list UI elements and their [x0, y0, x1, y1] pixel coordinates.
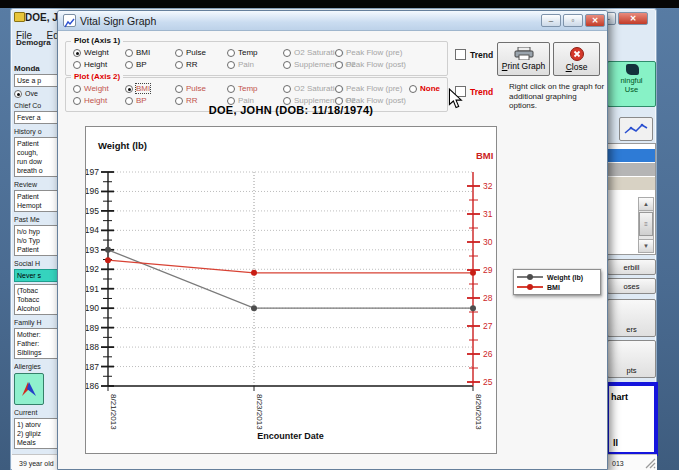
radio-axis2-bmi[interactable]: BMI [125, 83, 150, 94]
text-field[interactable]: Mother:Father: Siblings [14, 328, 58, 359]
radio-axis2-pulse[interactable]: Pulse [175, 83, 206, 94]
plot-axis1-header: Plot (Axis 1) [71, 36, 123, 45]
svg-text:29: 29 [483, 265, 493, 275]
scroll-thumb[interactable]: ≡ [639, 212, 653, 236]
svg-text:189: 189 [86, 323, 99, 333]
vertical-scrollbar[interactable]: ▲ ≡ ▼ [638, 197, 654, 253]
past-medical-label: Past Me [14, 215, 58, 224]
radio-axis1-bp[interactable]: BP [125, 59, 147, 70]
radio-axis1-rr[interactable]: RR [175, 59, 198, 70]
svg-text:8/26/2013: 8/26/2013 [474, 394, 483, 430]
allergy-button[interactable] [14, 373, 44, 405]
svg-text:191: 191 [86, 284, 99, 294]
status-text-right: 013 [612, 460, 624, 467]
resize-grip[interactable] [645, 458, 656, 469]
social-history-label: Social H [14, 259, 58, 268]
family-history-label: Family H [14, 318, 58, 327]
superbill-button[interactable]: erbill [607, 259, 656, 275]
legend-item-bmi: BMI [517, 282, 597, 292]
text-field[interactable]: (TobacTobacc Alcohol [14, 284, 58, 315]
svg-text:BMI: BMI [476, 150, 493, 161]
graph-button[interactable] [619, 117, 653, 141]
text-field[interactable]: Patientcough, run dowbreath o [14, 137, 58, 177]
scroll-down-button[interactable]: ▼ [639, 239, 653, 252]
selected-list-row[interactable] [608, 149, 655, 162]
scripts-button[interactable]: pts [607, 340, 656, 378]
radio-axis2-weight[interactable]: Weight [73, 83, 109, 94]
svg-text:27: 27 [483, 321, 493, 331]
svg-text:187: 187 [86, 362, 99, 372]
svg-text:Weight (lb): Weight (lb) [98, 140, 147, 151]
radio-axis1-peak-flow-pre[interactable]: Peak Flow (pre) [335, 47, 402, 58]
bg-close-button[interactable]: ✕ [618, 12, 648, 25]
allergy-logo-icon [20, 380, 38, 398]
scroll-up-button[interactable]: ▲ [639, 198, 653, 211]
radio-axis1-bmi[interactable]: BMI [125, 47, 150, 58]
line-chart-icon [624, 122, 648, 136]
svg-text:186: 186 [86, 381, 99, 391]
radio-axis1-pain[interactable]: Pain [227, 59, 254, 70]
svg-text:190: 190 [86, 303, 99, 313]
history-label: History o [14, 127, 58, 136]
mouse-cursor [448, 88, 463, 110]
vital-sign-chart[interactable]: 1861871881891901911921931941951961972526… [85, 126, 497, 454]
radio-axis1-pulse[interactable]: Pulse [175, 47, 206, 58]
diagnoses-button[interactable]: oses [607, 278, 656, 294]
legend-weight-swatch [517, 276, 543, 278]
tab-demographics[interactable]: Demogra [16, 38, 51, 47]
smoking-status-highlight[interactable]: Never s [14, 269, 58, 282]
text-field[interactable]: PatientHemopt [14, 190, 58, 212]
svg-text:194: 194 [86, 225, 99, 235]
svg-text:Encounter Date: Encounter Date [257, 431, 324, 441]
svg-text:193: 193 [86, 245, 99, 255]
overview-radio[interactable]: Ove [14, 89, 58, 98]
right-click-hint: Right click on the graph for additional … [509, 82, 605, 111]
radio-axis2-none[interactable]: None [409, 83, 440, 94]
vital-graph-icon [63, 14, 76, 27]
radio-axis2-temp[interactable]: Temp [227, 83, 258, 94]
axis1-trend-checkbox[interactable]: Trend [455, 49, 493, 60]
radio-axis1-height[interactable]: Height [73, 59, 107, 70]
plot-axis2-header: Plot (Axis 2) [71, 72, 123, 81]
text-field[interactable]: h/o hyph/o Typ Patient [14, 225, 58, 256]
printer-icon [514, 47, 534, 60]
dialog-title: Vital Sign Graph [80, 15, 156, 27]
svg-text:32: 32 [483, 181, 493, 191]
app-icon [14, 12, 25, 22]
radio-axis1-weight[interactable]: Weight [73, 47, 109, 58]
svg-text:8/23/2013: 8/23/2013 [255, 394, 264, 430]
legend-bmi-swatch [517, 286, 543, 288]
radio-axis1-peak-flow-post[interactable]: Peak Flow (post) [335, 59, 406, 70]
radio-axis1-temp[interactable]: Temp [227, 47, 258, 58]
svg-text:188: 188 [86, 342, 99, 352]
meaningful-use-button[interactable]: ningful Use [607, 61, 656, 107]
dialog-maximize-button[interactable]: ▫ [563, 14, 583, 27]
legend-item-weight: Weight (lb) [517, 272, 597, 282]
chart-title: DOE, JOHN (DOB: 11/18/1974) [85, 104, 497, 116]
list-row[interactable] [608, 177, 655, 190]
note-sidebar: Monda Use a p Ove Chief Co Fever a Histo… [14, 61, 58, 451]
meaningful-use-icon [626, 64, 639, 75]
text-field[interactable]: 1) atorv2) glipiz Meals [14, 418, 58, 449]
svg-text:25: 25 [483, 377, 493, 387]
list-row[interactable] [608, 163, 655, 176]
dialog-close-button[interactable]: ✕ [585, 14, 605, 27]
chart-legend: Weight (lb) BMI [513, 269, 601, 295]
status-text-left: 39 year old [19, 460, 54, 467]
dialog-titlebar[interactable]: Vital Sign Graph – ▫ ✕ [58, 11, 607, 31]
chief-complaint-label: Chief Co [14, 101, 58, 110]
print-graph-button[interactable]: Print Graph [497, 42, 550, 76]
current-meds-label: Current [14, 408, 58, 417]
window-title: DOE, J [25, 12, 58, 23]
dialog-minimize-button[interactable]: – [541, 14, 561, 27]
review-label: Review [14, 180, 58, 189]
text-field[interactable]: Fever a [14, 111, 58, 124]
orders-button[interactable]: ers [607, 299, 656, 337]
chart-button[interactable]: hart ll [605, 382, 658, 456]
text-field[interactable]: Use a p [14, 74, 58, 87]
svg-text:26: 26 [483, 349, 493, 359]
radio-axis2-peak-flow-pre[interactable]: Peak Flow (pre) [335, 83, 402, 94]
day-header: Monda [14, 64, 58, 73]
top-black-bar [0, 0, 679, 8]
close-button[interactable]: Close [553, 42, 600, 76]
